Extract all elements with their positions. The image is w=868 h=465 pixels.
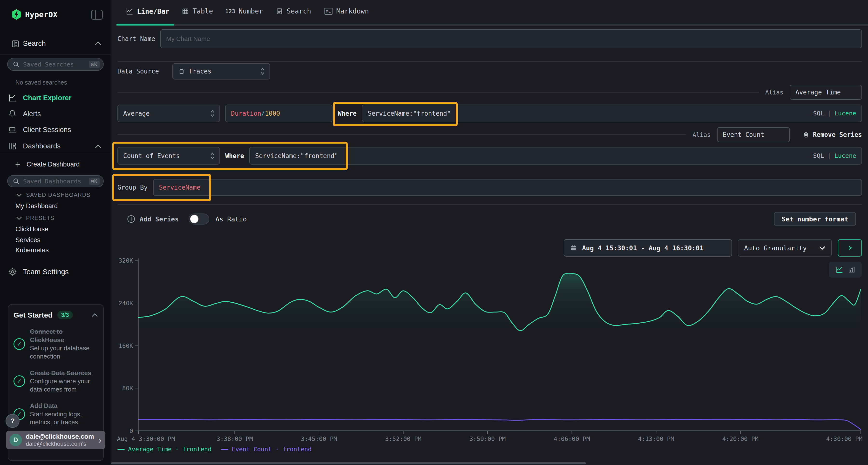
query-language-switch[interactable]: SQL|Lucene	[813, 152, 856, 159]
svg-text:160K: 160K	[119, 342, 133, 350]
sidebar-item-clickhouse[interactable]: ClickHouse	[16, 226, 49, 233]
data-source-row: Data Source Traces	[117, 63, 862, 79]
series2-aggfn-select[interactable]: Count of Events	[117, 147, 220, 165]
svg-text:3:59:00 PM: 3:59:00 PM	[469, 435, 506, 442]
svg-text:4:20:00 PM: 4:20:00 PM	[722, 435, 758, 442]
lucene-option[interactable]: Lucene	[835, 152, 856, 159]
series2-where-input[interactable]: ServiceName:"frontend" SQL|Lucene	[249, 147, 862, 165]
chevron-down-icon	[16, 217, 22, 220]
divider	[117, 204, 862, 205]
team-settings-label: Team Settings	[23, 268, 69, 276]
tabs-underline-track	[117, 24, 868, 26]
series2-alias-row: Alias Event Count Remove Series	[117, 127, 862, 142]
chevron-up-icon[interactable]	[94, 41, 102, 46]
sidebar-section-search[interactable]: Search	[0, 38, 111, 50]
saved-dashboards-header[interactable]: SAVED DASHBOARDS	[16, 192, 91, 198]
line-chart-icon[interactable]	[835, 266, 843, 274]
set-number-format-button[interactable]: Set number format	[774, 212, 856, 226]
group-by-row: Group By ServiceName	[117, 179, 862, 196]
nav-label: Client Sessions	[23, 126, 71, 134]
sidebar-item-chart-explorer[interactable]: Chart Explorer	[0, 91, 111, 105]
query-language-switch[interactable]: SQL|Lucene	[813, 110, 856, 117]
check-circle-icon: ✓	[13, 338, 25, 350]
search-section-label: Search	[23, 39, 46, 47]
database-icon	[178, 68, 185, 75]
checklist-item-connect[interactable]: ✓ Connect to ClickHouse Set up your data…	[13, 327, 98, 361]
horizontal-scrollbar[interactable]	[111, 462, 586, 464]
gear-icon	[8, 267, 17, 276]
checklist-desc: Configure where your data comes from	[30, 377, 90, 393]
active-tab-underline	[117, 24, 174, 26]
trash-icon	[802, 131, 810, 138]
bar-chart-icon[interactable]	[848, 266, 856, 273]
shortcut-badge: ⌘K	[89, 61, 100, 68]
plus-icon	[14, 161, 21, 168]
markdown-icon: M↓	[324, 8, 333, 15]
sidebar-item-kubernetes[interactable]: Kubernetes	[16, 246, 49, 254]
saved-searches-input[interactable]: Saved Searches ⌘K	[7, 58, 104, 71]
legend-item-average-time[interactable]: Average Time · frontend	[117, 446, 212, 453]
checklist-desc: Start sending logs, metrics, or traces	[30, 410, 82, 426]
nav-label: Dashboards	[23, 142, 61, 150]
svg-text:Aug 4 3:30:00 PM: Aug 4 3:30:00 PM	[117, 435, 175, 442]
sidebar-item-client-sessions[interactable]: Client Sessions	[0, 123, 111, 136]
select-chevrons-icon	[210, 152, 215, 160]
toggle-knob	[190, 215, 198, 223]
sidebar-item-my-dashboard[interactable]: My Dashboard	[16, 202, 58, 210]
group-by-input[interactable]: ServiceName	[153, 179, 862, 196]
series2-row: Count of Events Where ServiceName:"front…	[117, 147, 862, 165]
user-menu[interactable]: D dale@clickhouse.com dale@clickhouse.co…	[6, 431, 105, 449]
get-started-title: Get Started	[13, 311, 53, 319]
tab-line-bar[interactable]: Line/Bar	[125, 7, 169, 15]
chart-type-toggle[interactable]	[829, 262, 862, 277]
legend-item-event-count[interactable]: Event Count · frontend	[221, 446, 311, 453]
as-ratio-toggle[interactable]	[189, 213, 209, 225]
series2-alias-input[interactable]: Event Count	[717, 127, 790, 142]
bell-icon	[8, 109, 17, 118]
sidebar-collapse-button[interactable]	[91, 10, 103, 20]
series1-alias-row: Alias Average Time	[117, 85, 862, 100]
svg-text:320K: 320K	[119, 257, 133, 264]
help-button[interactable]: ?	[5, 414, 20, 428]
saved-dashboards-input[interactable]: Saved Dashboards ⌘K	[7, 175, 104, 187]
series1-alias-input[interactable]: Average Time	[789, 85, 862, 100]
sidebar-item-alerts[interactable]: Alerts	[0, 107, 111, 121]
sidebar-item-team-settings[interactable]: Team Settings	[8, 266, 69, 278]
series1-where-input[interactable]: ServiceName:"frontend" SQL|Lucene	[362, 105, 862, 122]
legend-swatch	[117, 449, 125, 450]
presets-header[interactable]: PRESETS	[16, 215, 55, 222]
line-chart-icon	[125, 7, 133, 15]
lucene-option[interactable]: Lucene	[835, 110, 856, 117]
add-series-button[interactable]: Add Series	[127, 214, 179, 224]
sidebar-item-dashboards[interactable]: Dashboards	[0, 139, 111, 153]
create-dashboard-label: Create Dashboard	[27, 161, 80, 168]
sql-option[interactable]: SQL	[813, 152, 824, 159]
as-ratio-label: As Ratio	[216, 215, 247, 223]
chart-name-row: Chart Name	[117, 29, 862, 48]
sql-option[interactable]: SQL	[813, 110, 824, 117]
sidebar-item-services[interactable]: Services	[16, 236, 40, 244]
saved-dashboards-placeholder: Saved Dashboards	[23, 178, 89, 185]
create-dashboard-button[interactable]: Create Dashboard	[14, 159, 80, 170]
chevron-up-icon[interactable]	[91, 313, 98, 317]
svg-text:3:38:00 PM: 3:38:00 PM	[217, 435, 253, 442]
logo-row: HyperDX	[0, 7, 111, 22]
series-controls-row: Add Series As Ratio Set number format	[127, 212, 862, 226]
avatar: D	[9, 434, 22, 446]
series1-aggfn-select[interactable]: Average	[117, 105, 220, 122]
tab-markdown[interactable]: M↓ Markdown	[324, 7, 369, 15]
series1-field-input[interactable]: Duration/1000	[225, 105, 333, 122]
remove-series-button[interactable]: Remove Series	[802, 131, 862, 138]
tab-search[interactable]: Search	[276, 7, 311, 15]
chevron-up-icon[interactable]	[94, 144, 102, 149]
series1-row: Average Duration/1000 Where ServiceName:…	[117, 105, 862, 122]
checklist-item-datasources[interactable]: ✓ Create Data Sources Configure where yo…	[13, 369, 98, 394]
data-source-select[interactable]: Traces	[173, 63, 270, 79]
tab-number[interactable]: 123 Number	[225, 7, 263, 15]
timeseries-chart[interactable]: 080K160K240K320KAug 4 3:30:00 PM3:38:00 …	[111, 253, 868, 446]
circle-plus-icon	[127, 214, 136, 224]
tab-table[interactable]: Table	[182, 7, 213, 15]
view-tabs: Line/Bar Table 123 Number Search M↓ Mark…	[111, 0, 868, 27]
chart-name-input[interactable]	[160, 29, 862, 48]
checklist-item-adddata[interactable]: ✓ Add Data Start sending logs, metrics, …	[13, 402, 98, 427]
